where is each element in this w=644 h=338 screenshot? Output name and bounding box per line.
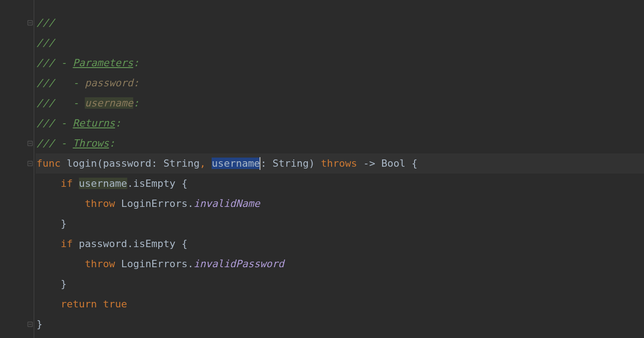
fold-icon[interactable] [26,160,34,167]
code-line[interactable]: if username.isEmpty { [36,174,644,194]
code-token: : String) [260,158,321,169]
code-token [73,178,78,189]
code-token: } [36,318,42,330]
gutter [0,0,36,338]
code-token: /// - [36,137,73,149]
code-token: } [36,218,67,229]
code-line[interactable]: /// [36,33,644,53]
code-token: Throws [73,137,109,149]
code-line[interactable]: throw LoginErrors.invalidPassword [36,254,644,274]
code-token: username [212,158,260,169]
code-line[interactable]: } [36,214,644,234]
code-line[interactable]: /// - Returns: [36,113,644,133]
code-line[interactable]: /// - password: [36,73,644,93]
code-token: password: [85,77,139,89]
code-line[interactable]: } [36,314,644,334]
code-line[interactable]: func login(password: String, username: S… [36,153,644,174]
code-token: } [36,278,67,290]
code-token: password.isEmpty { [73,238,187,249]
code-token: /// [36,37,55,48]
code-token: /// - [36,57,73,69]
code-token: : String [151,158,200,169]
code-token [36,298,61,310]
code-token: throws [321,158,357,169]
code-token: true [103,298,127,310]
code-editor[interactable]: ///////// - Parameters:/// - password://… [0,0,644,338]
code-token: invalidPassword [193,258,284,269]
gutter-divider [34,0,34,338]
code-token: func [36,158,61,169]
code-token: if [61,178,73,189]
code-token: LoginErrors. [115,198,193,209]
code-token [61,158,67,169]
code-token: ( [97,158,103,169]
code-line[interactable]: return true [36,294,644,314]
code-token: .isEmpty { [127,178,187,189]
code-token: /// - [36,97,85,109]
code-line[interactable]: if password.isEmpty { [36,234,644,254]
code-token: if [61,238,73,249]
code-token: : [115,117,121,129]
code-token: : [133,97,139,109]
code-token: username [79,178,127,189]
code-token: throw [85,258,115,269]
code-token [36,178,61,189]
code-token [97,298,103,310]
code-line[interactable]: /// - username: [36,93,644,113]
code-token: /// - [36,77,85,89]
code-line[interactable]: } [36,274,644,294]
code-token: /// - [36,117,73,129]
code-area[interactable]: ///////// - Parameters:/// - password://… [36,0,644,338]
code-token [36,198,85,209]
fold-icon[interactable] [26,321,34,328]
code-token: throw [85,198,115,209]
fold-icon[interactable] [26,140,34,147]
code-line[interactable]: /// - Parameters: [36,53,644,73]
code-token: , [200,158,212,169]
code-token: login [67,158,97,169]
fold-icon[interactable] [26,19,34,26]
code-token [36,238,61,249]
code-token: : [133,57,139,69]
code-token [36,258,85,269]
code-token: -> Bool { [357,158,417,169]
code-token: invalidName [193,198,260,209]
code-token: Returns [73,117,115,129]
code-token: Parameters [73,57,133,69]
code-token: username [85,97,133,109]
code-line[interactable]: /// - Throws: [36,133,644,153]
code-token: LoginErrors. [115,258,193,269]
code-token: password [103,158,151,169]
code-token: : [109,137,115,149]
code-line[interactable]: throw LoginErrors.invalidName [36,194,644,214]
code-token: return [61,298,97,310]
code-line[interactable]: /// [36,13,644,33]
code-token: /// [36,17,55,28]
